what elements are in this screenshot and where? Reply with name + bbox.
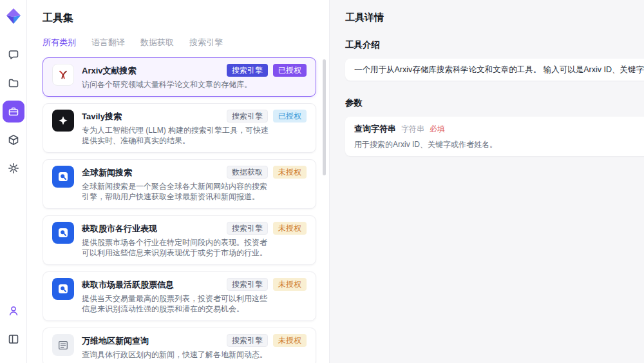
param-description: 用于搜索的Arxiv ID、关键字或作者姓名。 [354, 139, 644, 150]
app-logo-icon [6, 8, 21, 27]
category-badge: 搜索引擎 [227, 278, 268, 291]
app-window: 工具集 所有类别 语言翻译 数据获取 搜索引擎 Arxiv文献搜索 [0, 0, 644, 363]
tool-description: 全球新闻搜索是一个聚合全球各大新闻网站内容的搜索引擎，帮助用户快速获取全球最新资… [82, 181, 272, 202]
arxiv-logo-icon [52, 64, 74, 86]
params-heading: 参数 [345, 97, 644, 109]
tool-card-tavily[interactable]: Tavily搜索 搜索引擎 已授权 专为人工智能代理 (LLM) 构建的搜索引擎… [43, 103, 316, 153]
tool-card-global-news[interactable]: 全球新闻搜索 数据获取 未授权 全球新闻搜索是一个聚合全球各大新闻网站内容的搜索… [43, 159, 316, 209]
detail-title: 工具详情 [345, 12, 644, 24]
tool-title: Arxiv文献搜索 [82, 65, 137, 76]
tool-title: Tavily搜索 [82, 111, 122, 122]
intro-card: 一个用于从Arxiv存储库搜索科学论文和文章的工具。 输入可以是Arxiv ID… [345, 59, 644, 81]
briefcase-icon[interactable] [3, 101, 24, 123]
category-tabs: 所有类别 语言翻译 数据获取 搜索引擎 [43, 37, 314, 48]
tool-description: 提供股票市场各个行业在特定时间段内的表现。投资者可以利用这些信息来识别表现优于或… [82, 237, 272, 258]
tool-description: 访问各个研究领域大量科学论文和文章的存储库。 [82, 79, 272, 90]
param-name: 查询字符串 [354, 123, 396, 135]
panel-toggle-icon[interactable] [3, 328, 24, 350]
auth-status-badge: 未授权 [273, 222, 307, 235]
category-badge: 搜索引擎 [227, 64, 268, 77]
auth-status-badge: 未授权 [273, 166, 307, 179]
tool-detail-panel: 工具详情 工具介绍 一个用于从Arxiv存储库搜索科学论文和文章的工具。 输入可… [330, 0, 644, 363]
tab-data-fetch[interactable]: 数据获取 [140, 37, 174, 48]
auth-status-badge: 未授权 [273, 278, 307, 291]
folder-icon[interactable] [3, 72, 24, 94]
chat-icon[interactable] [3, 44, 24, 66]
tool-description: 提供当天交易量最高的股票列表，投资者可以利用这些信息来识别流动性强的股票和潜在的… [82, 293, 272, 314]
category-badge: 搜索引擎 [227, 334, 268, 347]
intro-text: 一个用于从Arxiv存储库搜索科学论文和文章的工具。 输入可以是Arxiv ID… [354, 64, 644, 75]
tool-description: 查询具体行政区划内的新闻，快速了解各地新闻动态。 [82, 349, 272, 360]
newspaper-icon [52, 334, 74, 356]
tab-language-translation[interactable]: 语言翻译 [91, 37, 125, 48]
category-badge: 搜索引擎 [227, 110, 268, 123]
tavily-star-icon [52, 110, 74, 132]
tool-description: 专为人工智能代理 (LLM) 构建的搜索引擎工具，可快速提供实时、准确和真实的结… [82, 125, 272, 146]
param-card: 查询字符串 字符串 必填 用于搜索的Arxiv ID、关键字或作者姓名。 [345, 117, 644, 156]
tool-list-panel: 工具集 所有类别 语言翻译 数据获取 搜索引擎 Arxiv文献搜索 [27, 0, 330, 363]
intro-heading: 工具介绍 [345, 39, 644, 51]
tool-title: 获取市场最活跃股票信息 [82, 279, 174, 290]
category-badge: 数据获取 [227, 166, 268, 179]
auth-status-badge: 已授权 [273, 64, 307, 77]
tab-search-engine[interactable]: 搜索引擎 [189, 37, 223, 48]
sidebar [0, 0, 27, 363]
user-icon[interactable] [3, 300, 24, 322]
tool-card-regional-news[interactable]: 万维地区新闻查询 搜索引擎 未授权 查询具体行政区划内的新闻，快速了解各地新闻动… [43, 328, 316, 363]
auth-status-badge: 未授权 [273, 334, 307, 347]
page-title: 工具集 [43, 12, 329, 25]
param-type: 字符串 [401, 124, 424, 135]
tool-card-arxiv[interactable]: Arxiv文献搜索 搜索引擎 已授权 访问各个研究领域大量科学论文和文章的存储库… [43, 57, 316, 97]
tool-card-sector-performance[interactable]: 获取股市各行业表现 搜索引擎 未授权 提供股票市场各个行业在特定时间段内的表现。… [43, 215, 316, 265]
search-in-box-icon [52, 222, 74, 244]
list-scrollbar[interactable] [323, 59, 326, 175]
tool-title: 全球新闻搜索 [82, 167, 132, 178]
auth-status-badge: 已授权 [273, 110, 307, 123]
tool-title: 万维地区新闻查询 [82, 335, 149, 346]
tool-card-active-stocks[interactable]: 获取市场最活跃股票信息 搜索引擎 未授权 提供当天交易量最高的股票列表，投资者可… [43, 271, 316, 321]
package-icon[interactable] [3, 129, 24, 151]
settings-gear-icon[interactable] [3, 157, 24, 179]
search-in-box-icon [52, 278, 74, 300]
param-required-flag: 必填 [430, 124, 445, 135]
search-in-box-icon [52, 166, 74, 188]
tab-all-categories[interactable]: 所有类别 [43, 37, 76, 48]
tool-card-list: Arxiv文献搜索 搜索引擎 已授权 访问各个研究领域大量科学论文和文章的存储库… [43, 57, 329, 363]
tool-title: 获取股市各行业表现 [82, 223, 157, 234]
category-badge: 搜索引擎 [227, 222, 268, 235]
